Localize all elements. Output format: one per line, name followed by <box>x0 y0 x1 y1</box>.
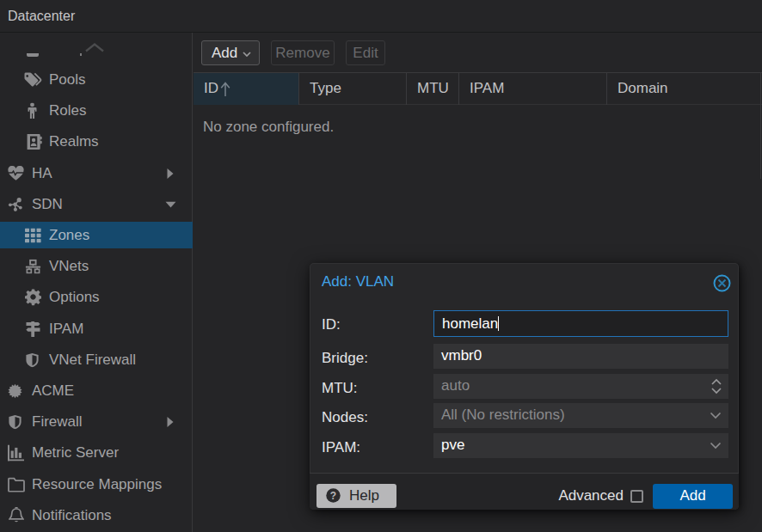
svg-text:?: ? <box>330 490 336 502</box>
